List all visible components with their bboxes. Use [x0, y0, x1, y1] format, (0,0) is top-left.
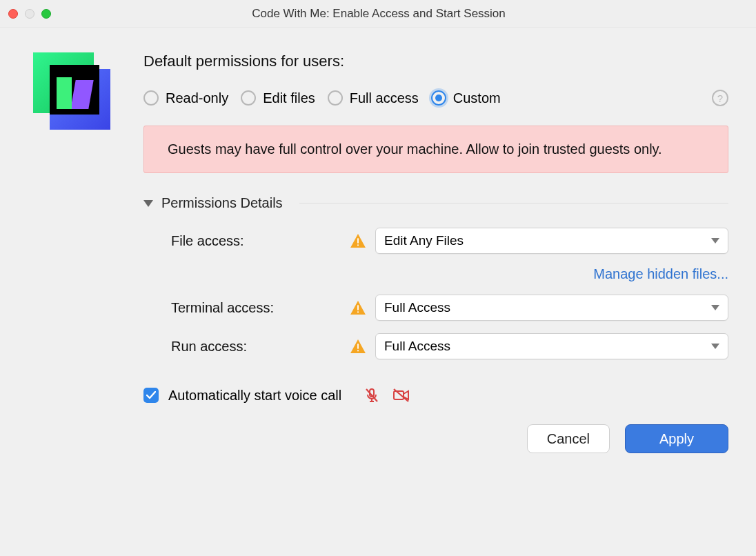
permissions-heading: Default permissions for users: — [143, 52, 728, 70]
file-access-label: File access: — [171, 233, 350, 249]
chevron-down-icon — [711, 238, 719, 244]
run-access-row: Run access: Full Access — [171, 333, 728, 359]
radio-custom[interactable]: Custom — [431, 90, 501, 106]
warning-icon — [350, 301, 375, 315]
radio-edit-files[interactable]: Edit files — [241, 90, 315, 106]
file-access-select[interactable]: Edit Any Files — [375, 228, 728, 254]
svg-rect-1 — [357, 244, 359, 246]
cancel-button[interactable]: Cancel — [527, 424, 610, 453]
file-access-row: File access: Edit Any Files — [171, 228, 728, 254]
svg-rect-2 — [357, 305, 359, 310]
terminal-access-select[interactable]: Full Access — [375, 295, 728, 321]
terminal-access-row: Terminal access: Full Access — [171, 295, 728, 321]
chevron-down-icon — [711, 344, 719, 349]
window-title: Code With Me: Enable Access and Start Se… — [10, 7, 748, 21]
window-titlebar: Code With Me: Enable Access and Start Se… — [0, 0, 756, 28]
camera-off-icon — [392, 387, 410, 404]
svg-rect-3 — [357, 311, 359, 312]
app-icon — [33, 52, 110, 130]
help-icon[interactable]: ? — [712, 90, 728, 106]
permissions-details-header[interactable]: Permissions Details — [143, 195, 728, 211]
run-access-label: Run access: — [171, 339, 350, 355]
chevron-down-icon — [711, 305, 719, 310]
svg-rect-5 — [357, 350, 359, 351]
warning-banner: Guests may have full control over your m… — [143, 126, 728, 173]
svg-rect-4 — [357, 344, 359, 348]
warning-icon — [350, 234, 375, 248]
radio-readonly[interactable]: Read-only — [143, 90, 228, 106]
apply-button[interactable]: Apply — [625, 424, 728, 453]
disclosure-triangle-icon — [143, 200, 153, 207]
manage-hidden-files-link[interactable]: Manage hidden files... — [593, 266, 728, 282]
warning-icon — [350, 339, 375, 353]
voice-call-checkbox[interactable] — [143, 388, 159, 403]
terminal-access-label: Terminal access: — [171, 300, 350, 316]
mic-muted-icon — [364, 387, 380, 404]
svg-rect-0 — [357, 238, 359, 243]
voice-call-row: Automatically start voice call — [143, 387, 728, 404]
radio-full-access[interactable]: Full access — [328, 90, 419, 106]
voice-call-label: Automatically start voice call — [168, 388, 341, 404]
run-access-select[interactable]: Full Access — [375, 333, 728, 359]
permission-preset-radiogroup: Read-only Edit files Full access Custom … — [143, 90, 728, 106]
